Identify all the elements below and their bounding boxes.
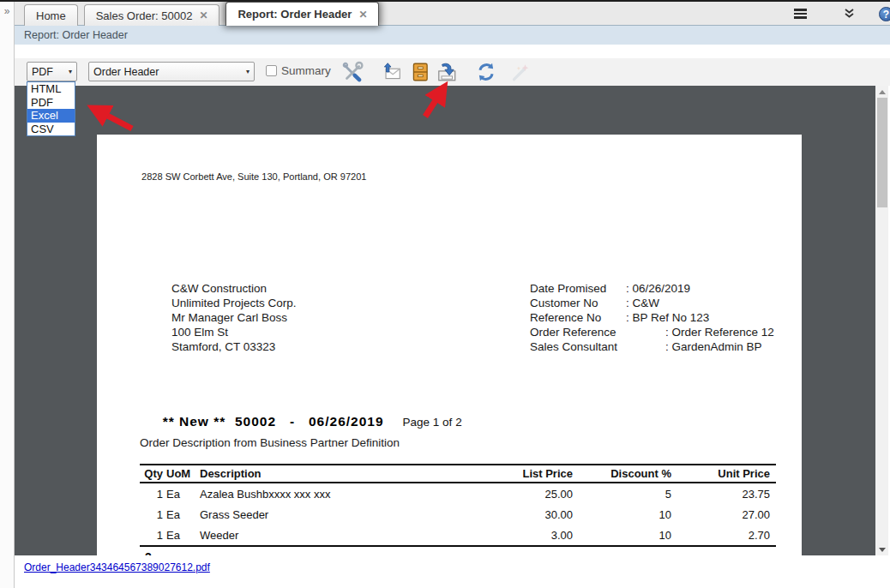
summary-label: Summary bbox=[281, 64, 331, 77]
tab-sales-order[interactable]: Sales Order: 50002 ✕ bbox=[84, 4, 220, 26]
viewer-scrollbar[interactable] bbox=[875, 86, 888, 555]
format-select[interactable]: PDF ▾ bbox=[27, 62, 77, 81]
send-mail-icon bbox=[380, 61, 402, 83]
clipped-next-line: 3 bbox=[145, 550, 152, 555]
close-icon[interactable]: ✕ bbox=[199, 9, 207, 21]
archive-button[interactable] bbox=[409, 61, 431, 83]
menu-icon[interactable] bbox=[794, 9, 807, 19]
refresh-icon bbox=[475, 61, 497, 83]
chevron-down-icon: ▾ bbox=[246, 68, 250, 75]
window-top-edge bbox=[0, 0, 890, 2]
tab-strip: Home Sales Order: 50002 ✕ Report: Order … bbox=[15, 0, 890, 26]
scrollbar-thumb[interactable] bbox=[877, 98, 887, 207]
wizard-button bbox=[508, 61, 531, 83]
detail-row: Customer No: C&W bbox=[530, 296, 774, 310]
summary-field: Summary bbox=[266, 64, 331, 77]
bill-to-line: Unlimited Projects Corp. bbox=[171, 296, 297, 310]
export-icon bbox=[436, 61, 458, 83]
order-number: ** New ** 50002 - 06/26/2019 bbox=[163, 414, 384, 429]
breadcrumb-label: Report: Order Header bbox=[24, 29, 128, 41]
page-indicator: Page 1 of 2 bbox=[403, 416, 462, 429]
tools-icon bbox=[341, 61, 364, 83]
detail-row: Reference No: BP Ref No 123 bbox=[530, 310, 774, 325]
tab-report-label: Report: Order Header bbox=[238, 8, 352, 21]
tab-report-order-header[interactable]: Report: Order Header ✕ bbox=[226, 2, 379, 26]
bill-to-line: Stamford, CT 03323 bbox=[171, 339, 297, 354]
expand-sidebar-icon[interactable]: » bbox=[0, 5, 14, 17]
scroll-up-button[interactable] bbox=[875, 86, 888, 98]
report-page: 2828 SW Corbett Ave, Suite 130, Portland… bbox=[97, 135, 802, 555]
triangle-up-icon bbox=[879, 90, 886, 94]
table-row: 1 Ea Azalea Bushbxxxx xxx xxx 25.00 5 23… bbox=[140, 483, 776, 504]
order-description: Order Description from Business Partner … bbox=[140, 436, 400, 449]
tab-bar: Home Sales Order: 50002 ✕ Report: Order … bbox=[15, 0, 890, 26]
archive-icon bbox=[409, 61, 431, 83]
breadcrumb: Report: Order Header bbox=[15, 26, 890, 45]
tab-sales-order-label: Sales Order: 50002 bbox=[96, 9, 193, 22]
format-select-value: PDF bbox=[32, 66, 53, 78]
pdf-download-link[interactable]: Order_Header343464567389027612.pdf bbox=[24, 561, 210, 573]
format-dropdown: HTML PDF Excel CSV bbox=[27, 81, 75, 136]
format-option-pdf[interactable]: PDF bbox=[27, 96, 75, 110]
triangle-down-icon bbox=[879, 548, 886, 552]
bill-to-line: Mr Manager Carl Boss bbox=[171, 310, 297, 325]
report-view-select-value: Order Header bbox=[93, 66, 159, 78]
bill-to-block: C&W Construction Unlimited Projects Corp… bbox=[171, 281, 297, 354]
report-view-select[interactable]: Order Header ▾ bbox=[88, 62, 255, 81]
tab-home-label: Home bbox=[36, 9, 66, 22]
send-mail-button[interactable] bbox=[380, 61, 402, 83]
export-button[interactable] bbox=[436, 61, 458, 83]
wizard-icon bbox=[508, 61, 531, 83]
format-option-csv[interactable]: CSV bbox=[27, 123, 75, 136]
help-icon[interactable]: ? bbox=[879, 7, 890, 21]
order-details-block: Date Promised: 06/26/2019 Customer No: C… bbox=[530, 281, 774, 354]
tabbar-right-icons: ? bbox=[794, 6, 890, 21]
summary-checkbox[interactable] bbox=[266, 65, 277, 76]
scroll-down-button[interactable] bbox=[875, 543, 888, 555]
table-row: 1 Ea Grass Seeder 30.00 10 27.00 bbox=[140, 504, 776, 525]
format-option-html[interactable]: HTML bbox=[27, 82, 75, 96]
chevron-down-icon: ▾ bbox=[69, 68, 72, 75]
report-toolbar: PDF ▾ HTML PDF Excel CSV Order Header ▾ … bbox=[15, 58, 890, 86]
detail-row: Date Promised: 06/26/2019 bbox=[530, 281, 774, 296]
collapsed-sidebar[interactable]: » bbox=[0, 0, 15, 588]
collapse-all-icon[interactable] bbox=[844, 9, 855, 19]
refresh-button[interactable] bbox=[475, 61, 497, 83]
close-icon[interactable]: ✕ bbox=[358, 9, 367, 21]
table-row: 1 Ea Weeder 3.00 10 2.70 bbox=[140, 525, 776, 545]
bill-to-line: 100 Elm St bbox=[171, 325, 297, 339]
tools-button[interactable] bbox=[341, 61, 364, 83]
line-items-table: Qty UoM Description List Price Discount … bbox=[140, 464, 776, 547]
tab-home[interactable]: Home bbox=[24, 4, 78, 26]
format-option-excel[interactable]: Excel bbox=[27, 109, 75, 123]
table-header-row: Qty UoM Description List Price Discount … bbox=[140, 464, 776, 483]
detail-row: Order Reference: Order Reference 12 bbox=[530, 325, 774, 339]
detail-row: Sales Consultant: GardenAdmin BP bbox=[530, 339, 774, 354]
org-address: 2828 SW Corbett Ave, Suite 130, Portland… bbox=[141, 171, 366, 182]
bill-to-line: C&W Construction bbox=[171, 281, 297, 296]
report-viewer: 2828 SW Corbett Ave, Suite 130, Portland… bbox=[15, 86, 875, 555]
